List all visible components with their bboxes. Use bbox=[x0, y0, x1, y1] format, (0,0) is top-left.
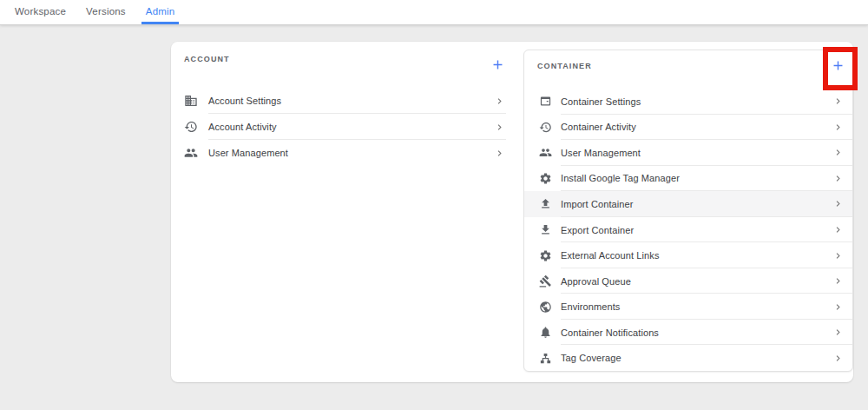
group-icon bbox=[539, 146, 552, 159]
list-item-label: Export Container bbox=[561, 225, 832, 235]
sitemap-icon bbox=[539, 352, 552, 365]
list-item-user-management[interactable]: User Management bbox=[524, 140, 852, 166]
list-item-label: Tag Coverage bbox=[561, 353, 832, 363]
list-item-container-notifications[interactable]: Container Notifications bbox=[524, 320, 852, 346]
account-list: Account SettingsAccount ActivityUser Man… bbox=[171, 88, 515, 166]
list-item-label: Account Settings bbox=[208, 96, 494, 106]
list-item-account-settings[interactable]: Account Settings bbox=[171, 88, 515, 114]
history-icon bbox=[539, 121, 552, 134]
list-item-environments[interactable]: Environments bbox=[524, 294, 852, 320]
list-item-label: Install Google Tag Manager bbox=[561, 173, 832, 183]
chevron-right-icon bbox=[494, 148, 505, 159]
list-item-account-activity[interactable]: Account Activity bbox=[171, 114, 515, 140]
chevron-right-icon bbox=[832, 96, 844, 107]
account-section: ACCOUNT Account SettingsAccount Activity… bbox=[171, 42, 515, 382]
upload-icon bbox=[539, 197, 552, 210]
list-item-label: User Management bbox=[561, 148, 832, 158]
gear-icon bbox=[539, 172, 552, 185]
add-container-button[interactable] bbox=[829, 56, 846, 74]
chevron-right-icon bbox=[832, 147, 844, 158]
gear-icon bbox=[539, 249, 552, 262]
chevron-right-icon bbox=[832, 327, 844, 338]
chevron-right-icon bbox=[494, 122, 505, 133]
group-icon bbox=[184, 146, 198, 160]
chevron-right-icon bbox=[494, 96, 505, 107]
globe-icon bbox=[539, 301, 552, 314]
business-icon bbox=[184, 94, 198, 108]
history-icon bbox=[184, 120, 198, 134]
chevron-right-icon bbox=[832, 250, 844, 261]
tab-admin[interactable]: Admin bbox=[141, 0, 180, 24]
tab-workspace[interactable]: Workspace bbox=[10, 0, 70, 24]
list-item-label: User Management bbox=[208, 148, 494, 158]
list-item-import-container[interactable]: Import Container bbox=[524, 191, 852, 217]
chevron-right-icon bbox=[832, 198, 844, 209]
list-item-label: Account Activity bbox=[208, 122, 494, 132]
list-item-label: Import Container bbox=[561, 199, 832, 209]
list-item-user-management[interactable]: User Management bbox=[171, 140, 515, 166]
gavel-icon bbox=[539, 274, 552, 288]
plus-icon bbox=[490, 57, 505, 72]
list-item-tag-coverage[interactable]: Tag Coverage bbox=[524, 345, 852, 371]
download-icon bbox=[539, 223, 552, 236]
container-section: CONTAINER Container SettingsContainer Ac… bbox=[523, 50, 853, 372]
list-item-export-container[interactable]: Export Container bbox=[524, 217, 852, 243]
web-asset-icon bbox=[539, 95, 552, 108]
chevron-right-icon bbox=[832, 122, 844, 133]
add-account-button[interactable] bbox=[489, 56, 506, 73]
top-navigation: WorkspaceVersionsAdmin bbox=[0, 0, 868, 25]
chevron-right-icon bbox=[832, 224, 844, 235]
list-item-label: Container Settings bbox=[561, 96, 832, 107]
list-item-label: External Account Links bbox=[561, 250, 832, 261]
list-item-approval-queue[interactable]: Approval Queue bbox=[524, 268, 852, 294]
list-item-external-account-links[interactable]: External Account Links bbox=[524, 242, 852, 268]
chevron-right-icon bbox=[832, 301, 844, 313]
chevron-right-icon bbox=[832, 275, 844, 287]
list-item-container-activity[interactable]: Container Activity bbox=[524, 115, 852, 141]
bell-icon bbox=[539, 326, 552, 339]
account-section-title: ACCOUNT bbox=[184, 55, 230, 63]
chevron-right-icon bbox=[832, 353, 844, 364]
plus-icon bbox=[831, 58, 845, 73]
list-item-label: Container Activity bbox=[561, 122, 832, 132]
list-item-install-google-tag-manager[interactable]: Install Google Tag Manager bbox=[524, 166, 852, 192]
container-section-title: CONTAINER bbox=[537, 62, 592, 70]
list-item-label: Approval Queue bbox=[561, 276, 832, 287]
container-list: Container SettingsContainer ActivityUser… bbox=[524, 89, 852, 371]
chevron-right-icon bbox=[832, 173, 844, 184]
tab-versions[interactable]: Versions bbox=[82, 0, 130, 24]
list-item-label: Environments bbox=[561, 301, 832, 312]
list-item-container-settings[interactable]: Container Settings bbox=[524, 89, 852, 115]
list-item-label: Container Notifications bbox=[561, 327, 832, 338]
